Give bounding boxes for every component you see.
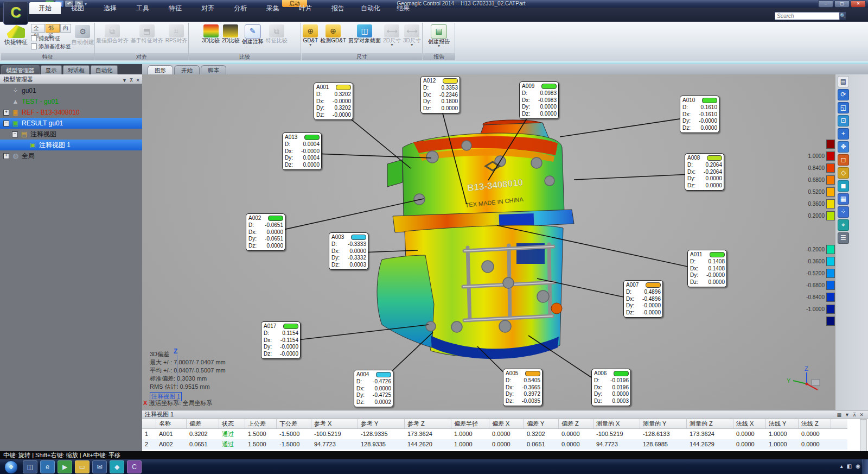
taskbar-app-1-icon[interactable]: ◫ bbox=[23, 460, 37, 473]
quick-feature-button[interactable]: 快捷特征 bbox=[1, 23, 31, 53]
table-pin-icon[interactable]: ⊼ bbox=[853, 411, 857, 419]
geomagic-logo[interactable]: C bbox=[3, 1, 28, 25]
properties-panel-icon[interactable]: ▤ bbox=[838, 76, 849, 87]
pan-view-icon[interactable]: ✥ bbox=[838, 141, 849, 153]
annotation-callout-A004[interactable]: A004D:-0.4726Dx:0.0000Dy:-0.4725Dz:0.000… bbox=[354, 370, 393, 407]
column-header[interactable]: 测量的 Y bbox=[640, 419, 687, 428]
annotation-callout-A003[interactable]: A003D:-0.3333Dx:0.0000Dy:-0.3332Dz:0.000… bbox=[329, 232, 368, 270]
dropdown-caret-icon[interactable]: ▼ bbox=[383, 43, 401, 47]
table-menu-icon[interactable]: ▼ bbox=[845, 411, 850, 419]
dimension-2d-button[interactable]: ⟷2D尺寸▼ bbox=[382, 23, 402, 47]
tree-item[interactable]: ⁘gu01 bbox=[0, 85, 142, 96]
table-close-icon[interactable]: ✕ bbox=[859, 411, 864, 419]
dimension-3d-button[interactable]: ⟷3D尺寸▼ bbox=[402, 23, 422, 47]
ribbon-tab-10[interactable]: 报告 bbox=[322, 2, 354, 14]
column-header[interactable]: 参考 Z bbox=[405, 419, 451, 428]
left-tab-2[interactable]: 显示 bbox=[41, 65, 62, 75]
start-button[interactable]: ❖ bbox=[4, 460, 18, 474]
feature-compare-button[interactable]: ⧉特征比较 bbox=[265, 23, 289, 44]
compare-3d-button[interactable]: 3D比较 bbox=[201, 23, 221, 44]
row-number-header[interactable] bbox=[142, 419, 156, 428]
column-header[interactable]: 状态 bbox=[219, 419, 245, 428]
tray-icon-1[interactable]: ▴ bbox=[840, 462, 843, 471]
search-input[interactable] bbox=[775, 12, 840, 20]
close-button[interactable]: ✕ bbox=[851, 1, 866, 8]
ribbon-tab-12[interactable]: 结果 bbox=[387, 2, 419, 14]
ribbon-tab-3[interactable]: 选择 bbox=[94, 2, 126, 14]
measure-tool-icon[interactable]: ⌖ bbox=[838, 219, 849, 231]
table-row[interactable]: 2A0020.0651通过1.5000-1.500094.7723128.933… bbox=[142, 439, 847, 450]
feature-align-button[interactable]: ⬒基于特征对齐 bbox=[130, 23, 164, 44]
column-header[interactable]: 偏差 Z bbox=[559, 419, 593, 428]
tree-item[interactable]: ▲TEST - gu01 bbox=[0, 96, 142, 107]
ribbon-tab-6[interactable]: 对齐 bbox=[192, 2, 224, 14]
column-header[interactable]: 下公差 bbox=[277, 419, 311, 428]
through-object-section-button[interactable]: ◫贯穿对象截面 bbox=[347, 23, 382, 44]
show-desktop-button[interactable] bbox=[863, 459, 868, 474]
annotation-callout-A005[interactable]: A005D:0.5405Dx:-0.3665Dy:0.3972Dz:-0.003… bbox=[503, 369, 542, 406]
auto-create-button[interactable]: ⚙ 自动创建 bbox=[71, 23, 94, 53]
annotation-callout-A012[interactable]: A012D:0.3353Dx:-0.2346Dy:0.1800Dz:0.0000 bbox=[420, 76, 460, 113]
ribbon-tab-5[interactable]: 特征 bbox=[159, 2, 191, 14]
column-header[interactable]: 法线 Y bbox=[766, 419, 799, 428]
expander-icon[interactable]: + bbox=[3, 153, 9, 159]
column-header[interactable]: 参考 Y bbox=[358, 419, 405, 428]
column-header[interactable]: 上公差 bbox=[245, 419, 277, 428]
compare-2d-button[interactable]: 2D比较 bbox=[221, 23, 241, 44]
front-view-icon[interactable]: ◻ bbox=[838, 154, 849, 166]
ribbon-tab-7[interactable]: 分析 bbox=[225, 2, 256, 14]
annotation-callout-A011[interactable]: A011D:0.1408Dx:0.1408Dy:-0.0000Dz:0.0000 bbox=[687, 250, 727, 287]
table-scrollbar[interactable] bbox=[860, 419, 867, 452]
create-annotation-button[interactable]: ✎创建注释 bbox=[241, 23, 265, 45]
annotation-callout-A007[interactable]: A007D:0.4896Dx:-0.4896Dy:-0.0000Dz:-0.00… bbox=[623, 280, 663, 318]
view-settings-icon[interactable]: ☰ bbox=[838, 232, 849, 244]
column-header[interactable]: 偏差半径 bbox=[451, 419, 489, 428]
column-header[interactable]: 测量的 X bbox=[593, 419, 640, 428]
annotation-callout-A008[interactable]: A008D:0.2064Dx:-0.2064Dy:0.0000Dz:0.0000 bbox=[685, 153, 724, 191]
viewport-tab-3[interactable]: 脚本 bbox=[201, 65, 226, 75]
viewport-tab-1[interactable]: 图形 bbox=[148, 65, 173, 75]
tree-item[interactable]: −▣RESULT gu01 bbox=[0, 118, 142, 129]
tree-item[interactable]: ▣注释视图 1 bbox=[0, 140, 142, 150]
column-header[interactable]: 偏差 bbox=[187, 419, 219, 428]
column-header[interactable]: 参考 X bbox=[311, 419, 358, 428]
taskbar-app-3-icon[interactable]: ▶ bbox=[58, 460, 72, 473]
minimize-button[interactable]: – bbox=[818, 1, 833, 8]
panel-close-icon[interactable]: ✕ bbox=[136, 75, 140, 85]
expander-icon[interactable]: − bbox=[3, 121, 9, 127]
ribbon-tab-4[interactable]: 工具 bbox=[127, 2, 158, 14]
detect-gdt-button[interactable]: ⊕检测GD&T bbox=[319, 23, 347, 44]
toggle-all-button[interactable]: 全部 bbox=[31, 24, 45, 33]
expander-icon[interactable]: − bbox=[12, 131, 18, 137]
rps-align-button[interactable]: ⌗RPS对齐 bbox=[164, 23, 189, 44]
zoom-fit-icon[interactable]: ◱ bbox=[838, 102, 849, 113]
add-datum-label-checkbox[interactable]: 添加基准标签 bbox=[31, 42, 71, 50]
column-header[interactable]: 偏差 Y bbox=[524, 419, 559, 428]
viewport-tab-2[interactable]: 开始 bbox=[174, 65, 200, 75]
ribbon-tab-2[interactable]: 视图 bbox=[62, 2, 93, 14]
tray-icon-2[interactable]: ◧ bbox=[847, 462, 852, 471]
column-header[interactable]: 名称 bbox=[156, 419, 187, 428]
annotation-callout-A009[interactable]: A009D:0.0983Dx:-0.0983Dy:0.0000Dz:0.0000 bbox=[519, 81, 559, 119]
annotation-callout-A010[interactable]: A010D:0.1610Dx:-0.1610Dy:-0.0000Dz:0.000… bbox=[680, 96, 719, 133]
tree-item[interactable]: +◍全局 bbox=[0, 150, 142, 161]
panel-menu-icon[interactable]: ▼ bbox=[122, 75, 127, 85]
dropdown-caret-icon[interactable]: ▼ bbox=[428, 45, 450, 48]
annotation-callout-A001[interactable]: A001D:0.3202Dx:-0.0000Dy:0.3202Dz:-0.000… bbox=[314, 83, 353, 120]
annotation-callout-A013[interactable]: A013D:0.0004Dx:-0.0000Dy:0.0004Dz:0.0000 bbox=[282, 132, 322, 170]
pin-icon[interactable]: ⊼ bbox=[130, 75, 133, 85]
shaded-view-icon[interactable]: ◼ bbox=[838, 180, 849, 192]
ribbon-tab-11[interactable]: 自动化 bbox=[355, 2, 386, 14]
ribbon-tab-1[interactable]: 开始 bbox=[29, 2, 61, 14]
zoom-in-icon[interactable]: + bbox=[838, 128, 849, 140]
maximize-button[interactable]: ▢ bbox=[834, 1, 850, 8]
iso-view-icon[interactable]: ◇ bbox=[838, 167, 849, 179]
left-tab-4[interactable]: 自动化 bbox=[91, 65, 118, 75]
rotate-view-icon[interactable]: ⟳ bbox=[838, 89, 849, 100]
annotation-callout-A017[interactable]: A017D:0.1154Dx:-0.1154Dy:-0.0000Dz:-0.00… bbox=[261, 321, 301, 359]
left-tab-3[interactable]: 对话框 bbox=[63, 65, 90, 75]
toggle-neighborhood-button[interactable]: 邻近 bbox=[46, 24, 60, 33]
expander-icon[interactable]: + bbox=[3, 110, 9, 116]
viewport-3d[interactable]: B13-3408010 TEX MADE IN CHINA Z Y Z 3D偏差… bbox=[142, 74, 835, 410]
column-header[interactable]: 法线 X bbox=[733, 419, 766, 428]
